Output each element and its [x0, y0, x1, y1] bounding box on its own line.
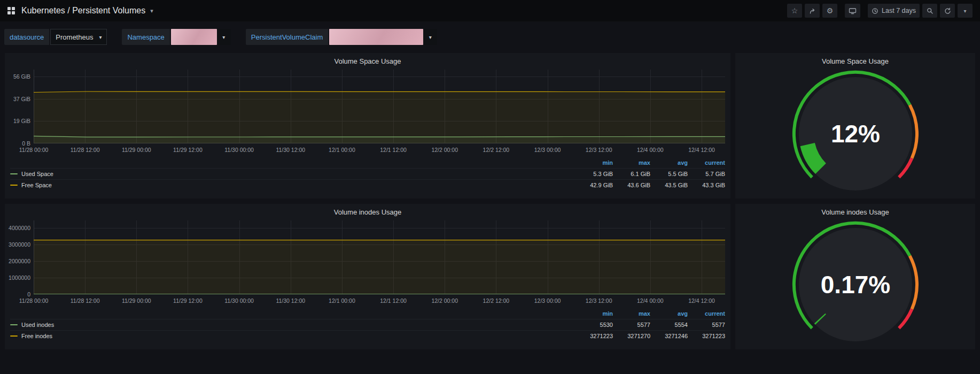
- x-tick-label: 12/2 00:00: [431, 297, 458, 304]
- refresh-interval-button[interactable]: ▾: [958, 4, 973, 18]
- var-pvc-value-redacted[interactable]: [329, 29, 423, 45]
- plot[interactable]: 11/28 00:0011/28 12:0011/29 00:0011/29 1…: [34, 70, 725, 143]
- legend-column-avg[interactable]: avg: [650, 310, 688, 317]
- var-namespace: Namespace ▾: [122, 29, 230, 45]
- panel-title[interactable]: Volume inodes Usage: [5, 204, 730, 217]
- legend-column-current[interactable]: current: [688, 310, 725, 317]
- caret-down-icon: ▾: [429, 34, 432, 40]
- share-icon: [809, 7, 816, 14]
- legend-stat-min: 3271223: [575, 333, 613, 339]
- legend-stat-avg: 3271246: [650, 333, 688, 339]
- caret-down-icon: ▾: [99, 34, 102, 40]
- legend-row: Used Space5.3 GiB6.1 GiB5.5 GiB5.7 GiB: [10, 168, 725, 179]
- time-range-label: Last 7 days: [882, 7, 916, 14]
- x-tick-label: 12/3 00:00: [534, 297, 561, 304]
- x-tick-label: 12/2 12:00: [483, 297, 510, 304]
- legend: minmaxavgcurrentUsed inodes5530557755545…: [5, 308, 730, 341]
- legend-column-min[interactable]: min: [575, 310, 613, 317]
- plot[interactable]: 11/28 00:0011/28 12:0011/29 00:0011/29 1…: [34, 220, 725, 294]
- y-tick-label: 1000000: [9, 274, 30, 281]
- x-tick-label: 11/28 00:00: [19, 297, 49, 304]
- legend-series-name[interactable]: Used inodes: [10, 322, 575, 328]
- panel-title[interactable]: Volume Space Usage: [5, 53, 730, 66]
- y-tick-label: 37 GiB: [13, 96, 30, 102]
- y-tick-label: 0 B: [22, 140, 30, 147]
- panel-title[interactable]: Volume Space Usage: [735, 53, 975, 66]
- legend-stat-avg: 43.5 GiB: [650, 182, 688, 188]
- x-tick-label: 12/3 12:00: [586, 147, 612, 153]
- x-tick-label: 12/1 00:00: [329, 147, 355, 153]
- series-color-icon: [10, 185, 18, 186]
- legend-stat-max: 3271270: [613, 333, 650, 339]
- legend-stat-min: 5.3 GiB: [575, 171, 613, 177]
- panel-volume-inodes-usage: Volume inodes Usage 40000003000000200000…: [5, 204, 730, 349]
- legend-series-name[interactable]: Used Space: [10, 171, 575, 177]
- var-pvc-caret[interactable]: ▾: [423, 29, 437, 45]
- star-icon: ☆: [791, 7, 798, 14]
- x-tick-label: 12/4 12:00: [688, 297, 715, 304]
- x-tick-label: 12/2 12:00: [483, 147, 510, 153]
- legend-stat-current: 43.3 GiB: [688, 182, 725, 188]
- legend-stat-current: 5.7 GiB: [688, 171, 725, 177]
- x-tick-label: 11/28 12:00: [71, 147, 100, 153]
- gauge-value: 0.17%: [820, 271, 890, 299]
- legend-row: Used inodes5530557755545577: [10, 319, 725, 330]
- legend-row: Free Space42.9 GiB43.6 GiB43.5 GiB43.3 G…: [10, 179, 725, 190]
- x-tick-label: 12/2 00:00: [431, 147, 458, 153]
- x-tick-label: 12/4 00:00: [637, 147, 664, 153]
- var-datasource-select[interactable]: Prometheus ▾: [50, 29, 107, 45]
- grafana-apps-icon[interactable]: [7, 7, 15, 14]
- legend-stat-avg: 5554: [650, 322, 688, 328]
- legend-stat-avg: 5.5 GiB: [650, 171, 688, 177]
- gauge: 12%: [738, 67, 973, 193]
- dashboard-title-button[interactable]: Kubernetes / Persistent Volumes ▾: [21, 6, 153, 16]
- legend-stat-max: 43.6 GiB: [613, 182, 650, 188]
- refresh-button[interactable]: [940, 4, 955, 18]
- dashboard-title: Kubernetes / Persistent Volumes: [21, 6, 145, 16]
- x-tick-label: 12/4 00:00: [637, 297, 664, 304]
- legend-series-name[interactable]: Free Space: [10, 182, 575, 188]
- legend-column-avg[interactable]: avg: [650, 159, 688, 166]
- legend-series-name[interactable]: Free inodes: [10, 333, 575, 339]
- x-axis: 11/28 00:0011/28 12:0011/29 00:0011/29 1…: [34, 294, 725, 306]
- y-tick-label: 56 GiB: [13, 73, 30, 80]
- caret-down-icon: ▾: [222, 34, 225, 40]
- series-color-icon: [10, 335, 18, 337]
- y-tick-label: 0: [27, 291, 30, 297]
- star-button[interactable]: ☆: [787, 4, 802, 18]
- var-namespace-value-redacted[interactable]: [171, 29, 217, 45]
- y-tick-label: 2000000: [9, 258, 30, 264]
- panel-volume-space-usage-gauge: Volume Space Usage 12%: [735, 53, 975, 199]
- legend-column-max[interactable]: max: [613, 159, 650, 166]
- series-color-icon: [10, 173, 18, 174]
- refresh-icon: [944, 7, 951, 14]
- zoom-out-button[interactable]: [922, 4, 937, 18]
- y-axis: 40000003000000200000010000000: [8, 220, 34, 308]
- chart-area: 56 GiB37 GiB19 GiB0 B 11/28 00:0011/28 1…: [5, 66, 730, 157]
- legend-header: minmaxavgcurrent: [10, 157, 725, 168]
- time-range-button[interactable]: Last 7 days: [868, 4, 920, 18]
- x-tick-label: 11/28 12:00: [71, 297, 100, 304]
- cycle-view-button[interactable]: [845, 4, 860, 18]
- gauge-value: 12%: [830, 120, 880, 148]
- y-axis: 56 GiB37 GiB19 GiB0 B: [8, 70, 34, 157]
- x-tick-label: 11/29 12:00: [173, 147, 203, 153]
- legend-column-current[interactable]: current: [688, 159, 725, 166]
- x-tick-label: 11/28 00:00: [19, 147, 49, 153]
- legend-column-min[interactable]: min: [575, 159, 613, 166]
- variables-row: datasource Prometheus ▾ Namespace ▾ Pers…: [0, 21, 980, 53]
- x-tick-label: 12/4 12:00: [688, 147, 715, 153]
- monitor-icon: [849, 7, 857, 14]
- settings-button[interactable]: ⚙: [822, 4, 837, 18]
- var-datasource: datasource Prometheus ▾: [4, 29, 107, 45]
- legend-column-max[interactable]: max: [613, 310, 650, 317]
- legend-stat-max: 6.1 GiB: [613, 171, 650, 177]
- var-datasource-value: Prometheus: [56, 33, 93, 41]
- caret-down-icon: ▾: [150, 7, 153, 14]
- panel-title[interactable]: Volume inodes Usage: [735, 204, 975, 217]
- magnifier-icon: [927, 7, 934, 14]
- share-button[interactable]: [805, 4, 820, 18]
- x-tick-label: 11/29 00:00: [122, 297, 151, 304]
- var-datasource-label: datasource: [4, 29, 49, 45]
- var-namespace-caret[interactable]: ▾: [217, 29, 231, 45]
